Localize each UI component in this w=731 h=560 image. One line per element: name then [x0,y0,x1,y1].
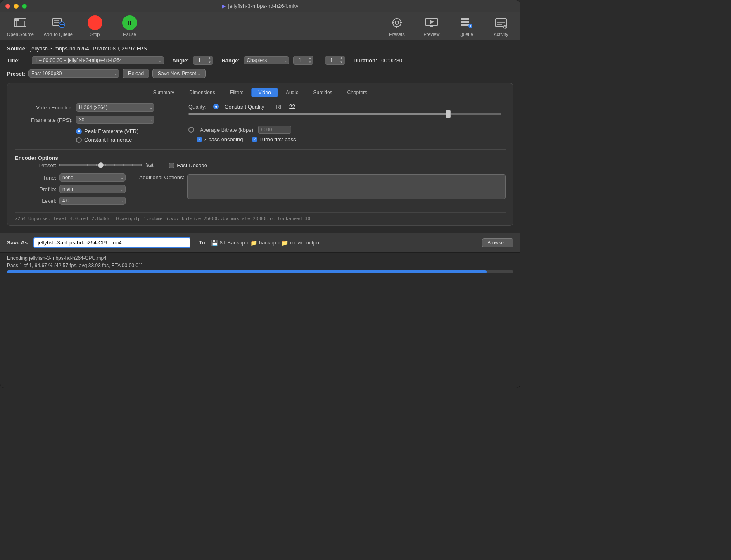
open-source-label: Open Source [7,32,34,37]
encoder-preset-speed: fast [145,162,153,168]
preset-label-text: Preset: [7,71,25,77]
toolbar: Open Source Add To Queue Stop ⏸ Pause [0,12,520,40]
title-text: jellyfish-3-mbps-hd-h264.mkv [228,3,299,9]
tab-subtitles[interactable]: Subtitles [306,88,339,97]
disk-icon: 💾 [211,240,218,246]
title-row: Title: 1 – 00:00:30 – jellyfish-3-mbps-h… [7,56,513,65]
open-source-button[interactable]: Open Source [7,15,34,37]
additional-options-input[interactable] [187,174,506,199]
title-select[interactable]: 1 – 00:00:30 – jellyfish-3-mbps-hd-h264 [32,56,164,64]
encoder-label: Video Encoder: [15,104,73,111]
path-disk: 8T Backup [220,240,245,246]
close-button[interactable] [5,4,10,9]
encoder-select[interactable]: H.264 (x264) [76,103,154,112]
tab-dimensions[interactable]: Dimensions [182,88,222,97]
encoder-options-section: Encoder Options: Preset: [15,149,506,221]
level-select-wrapper: 4.0 [59,197,126,205]
activity-label: Activity [494,32,508,37]
peak-framerate-option[interactable]: Peak Framerate (VFR) [76,128,180,134]
constant-quality-radio[interactable] [213,104,219,109]
constant-framerate-label: Constant Framerate [84,137,132,143]
encoder-preset-thumb[interactable] [98,162,104,168]
avg-bitrate-input[interactable] [258,126,291,134]
preset-select[interactable]: Fast 1080p30 [28,69,119,78]
svg-rect-3 [16,21,24,27]
activity-icon [494,15,508,30]
progress-bar-fill [7,270,487,273]
path-sep-2: › [278,240,280,246]
video-tab-content: Video Encoder: H.264 (x264) Framerate (F… [12,103,509,221]
stop-button[interactable]: Stop [83,15,107,37]
tune-label: Tune: [23,175,56,181]
encoder-preset-row: Preset: fast [23,161,506,169]
chapter-to-value: 1 [325,57,338,64]
constant-framerate-option[interactable]: Constant Framerate [76,137,180,143]
status-line2: Pass 1 of 1, 94.67 % (42.57 fps, avg 33.… [7,263,513,268]
tab-summary[interactable]: Summary [146,88,181,97]
path-folder2: movie output [290,240,320,246]
maximize-button[interactable] [22,4,27,9]
two-pass-checkbox[interactable]: ✓ [197,137,202,142]
angle-arrows: ▲ ▼ [206,56,213,64]
profile-select[interactable]: main [59,185,126,193]
range-select[interactable]: Chapters [244,56,289,64]
pause-icon: ⏸ [122,15,137,30]
angle-spinner: 1 ▲ ▼ [193,56,213,65]
preview-button[interactable]: Preview [419,15,444,37]
source-line: Source: jellyfish-3-mbps-hd-h264, 1920x1… [7,45,513,52]
framerate-row: Framerate (FPS): 30 [15,116,180,124]
to-label: To: [199,240,206,246]
presets-button[interactable]: Presets [384,15,409,37]
title-icon: ▶ [222,3,226,9]
encoder-preset-label: Preset: [23,162,56,168]
avg-bitrate-row: Average Bitrate (kbps): [188,126,506,134]
tab-audio[interactable]: Audio [279,88,306,97]
avg-bitrate-radio[interactable] [188,127,194,133]
quality-slider-track [188,113,501,115]
angle-down[interactable]: ▼ [206,60,213,64]
tabs-bar: Summary Dimensions Filters Video Audio S… [12,88,509,97]
profile-label: Profile: [23,186,56,192]
turbo-checkbox[interactable]: ✓ [252,137,257,142]
tab-chapters[interactable]: Chapters [340,88,375,97]
avg-bitrate-label: Average Bitrate (kbps): [200,127,255,133]
constant-framerate-radio[interactable] [76,137,82,143]
activity-button[interactable]: Activity [489,15,513,37]
chapter-to-up[interactable]: ▲ [338,56,345,60]
tune-select[interactable]: none [59,173,126,182]
save-as-input[interactable] [33,237,190,248]
fast-decode-checkbox[interactable] [169,163,174,168]
chapter-from-spinner: 1 ▲ ▼ [293,56,313,65]
preview-icon [424,15,439,30]
framerate-select[interactable]: 30 [76,116,154,124]
tab-video[interactable]: Video [251,88,278,97]
peak-framerate-radio[interactable] [76,128,82,134]
browse-button[interactable]: Browse... [482,238,513,247]
chapter-dash: – [318,57,320,64]
tab-filters[interactable]: Filters [223,88,251,97]
chapter-to-arrows: ▲ ▼ [338,56,345,64]
add-to-queue-button[interactable]: Add To Queue [44,15,73,37]
profile-row: Profile: main [23,185,131,193]
presets-label: Presets [389,32,404,37]
level-row: Level: 4.0 [23,197,131,205]
status-line1: Encoding jellyfish-3-mbps-hd-h264-CPU.mp… [7,255,513,261]
encoding-options-row: ✓ 2-pass encoding ✓ Turbo first pass [197,136,506,142]
save-area: Save As: To: 💾 8T Backup › 📁 backup › 📁 … [0,233,520,252]
save-new-preset-button[interactable]: Save New Preset... [152,69,206,78]
two-pass-item: ✓ 2-pass encoding [197,136,243,142]
pause-button[interactable]: ⏸ Pause [117,15,142,37]
pause-label: Pause [123,32,136,37]
chapter-from-down[interactable]: ▼ [306,60,313,64]
level-select[interactable]: 4.0 [59,197,126,205]
minimize-button[interactable] [14,4,19,9]
quality-slider-thumb[interactable] [446,110,451,118]
chapter-to-down[interactable]: ▼ [338,60,345,64]
angle-up[interactable]: ▲ [206,56,213,60]
presets-icon [389,15,404,30]
queue-button[interactable]: Queue [454,15,479,37]
fast-decode-label: Fast Decode [177,162,207,168]
reload-button[interactable]: Reload [123,69,149,78]
chapter-from-up[interactable]: ▲ [306,56,313,60]
turbo-label: Turbo first pass [259,136,296,142]
